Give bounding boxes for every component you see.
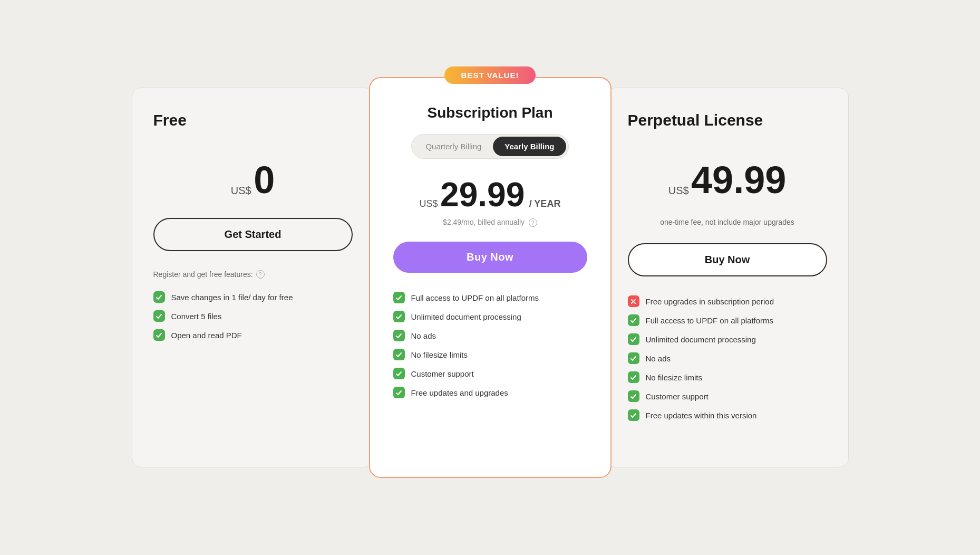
- list-item: No ads: [628, 352, 827, 364]
- check-icon: [393, 292, 405, 303]
- subscription-card-title: Subscription Plan: [393, 104, 587, 121]
- perpetual-card-title: Perpetual License: [628, 111, 827, 129]
- perp-feature-6: Customer support: [646, 392, 709, 401]
- perpetual-amount: 49.99: [691, 159, 786, 201]
- free-price-block: US$ 0: [153, 161, 353, 199]
- free-feature-1: Save changes in 1 file/ day for free: [171, 293, 293, 302]
- list-item: Unlimited document processing: [628, 333, 827, 345]
- pricing-container: Free US$ 0 Get Started Register and get …: [121, 88, 859, 467]
- list-item: No filesize limits: [628, 371, 827, 383]
- list-item: Free updates within this version: [628, 409, 827, 421]
- best-value-badge: BEST VALUE!: [444, 66, 536, 84]
- list-item: Free upgrades in subscription period: [628, 295, 827, 307]
- check-icon: [628, 409, 639, 421]
- free-amount: 0: [254, 159, 275, 201]
- check-icon: [393, 349, 405, 360]
- subscription-currency: US$: [420, 198, 438, 209]
- check-icon: [628, 333, 639, 345]
- perpetual-currency: US$: [668, 185, 689, 196]
- register-note-text: Register and get free features:: [153, 270, 253, 279]
- check-icon: [393, 330, 405, 341]
- subscription-period: / YEAR: [529, 198, 561, 209]
- register-info-icon: ?: [256, 270, 265, 279]
- check-icon: [153, 310, 165, 322]
- sub-feature-2: Unlimited document processing: [411, 312, 521, 321]
- quarterly-billing-button[interactable]: Quarterly Billing: [414, 137, 493, 156]
- list-item: Unlimited document processing: [393, 311, 587, 322]
- check-icon: [628, 352, 639, 364]
- subscription-amount: 29.99: [440, 176, 525, 214]
- check-icon: [628, 390, 639, 402]
- perpetual-features-list: Free upgrades in subscription period Ful…: [628, 295, 827, 421]
- sub-feature-5: Customer support: [411, 369, 474, 378]
- list-item: Full access to UPDF on all platforms: [393, 292, 587, 303]
- free-card-title: Free: [153, 111, 353, 129]
- yearly-billing-button[interactable]: Yearly Billing: [493, 137, 566, 156]
- perpetual-card: Perpetual License US$ 49.99 one-time fee…: [606, 88, 849, 467]
- billing-toggle: Quarterly Billing Yearly Billing: [411, 134, 568, 159]
- sub-feature-1: Full access to UPDF on all platforms: [411, 293, 539, 302]
- check-icon: [153, 329, 165, 341]
- check-icon: [628, 314, 639, 326]
- subscription-card: BEST VALUE! Subscription Plan Quarterly …: [369, 77, 612, 478]
- subscription-features-list: Full access to UPDF on all platforms Unl…: [393, 292, 587, 398]
- check-icon: [393, 311, 405, 322]
- free-feature-3: Open and read PDF: [171, 331, 242, 340]
- perp-feature-2: Full access to UPDF on all platforms: [646, 316, 774, 325]
- perp-feature-3: Unlimited document processing: [646, 335, 756, 344]
- sub-feature-3: No ads: [411, 331, 436, 340]
- list-item: Customer support: [393, 368, 587, 379]
- billing-info-icon: ?: [529, 218, 537, 227]
- list-item: Full access to UPDF on all platforms: [628, 314, 827, 326]
- perpetual-buy-button[interactable]: Buy Now: [628, 243, 827, 276]
- cross-icon: [628, 295, 639, 307]
- perp-feature-1: Free upgrades in subscription period: [646, 297, 774, 306]
- list-item: Customer support: [628, 390, 827, 402]
- perp-feature-5: No filesize limits: [646, 373, 703, 382]
- check-icon: [628, 371, 639, 383]
- check-icon: [153, 291, 165, 303]
- perpetual-price-block: US$ 49.99: [628, 161, 827, 199]
- sub-feature-6: Free updates and upgrades: [411, 388, 508, 397]
- register-note: Register and get free features: ?: [153, 270, 353, 279]
- free-get-started-button[interactable]: Get Started: [153, 218, 353, 251]
- check-icon: [393, 387, 405, 398]
- list-item: Save changes in 1 file/ day for free: [153, 291, 353, 303]
- check-icon: [393, 368, 405, 379]
- subscription-buy-button[interactable]: Buy Now: [393, 242, 587, 273]
- free-feature-2: Convert 5 files: [171, 312, 222, 321]
- free-features-list: Save changes in 1 file/ day for free Con…: [153, 291, 353, 341]
- sub-feature-4: No filesize limits: [411, 350, 468, 359]
- free-currency: US$: [231, 185, 251, 196]
- list-item: No filesize limits: [393, 349, 587, 360]
- subscription-price-block: US$ 29.99 / YEAR: [393, 178, 587, 212]
- perp-feature-4: No ads: [646, 354, 671, 363]
- list-item: No ads: [393, 330, 587, 341]
- subscription-price-subtitle: $2.49/mo, billed annually ?: [393, 218, 587, 227]
- perp-feature-7: Free updates within this version: [646, 411, 757, 420]
- list-item: Convert 5 files: [153, 310, 353, 322]
- list-item: Free updates and upgrades: [393, 387, 587, 398]
- list-item: Open and read PDF: [153, 329, 353, 341]
- perpetual-price-note: one-time fee, not include major upgrades: [628, 218, 827, 226]
- free-card: Free US$ 0 Get Started Register and get …: [132, 88, 374, 467]
